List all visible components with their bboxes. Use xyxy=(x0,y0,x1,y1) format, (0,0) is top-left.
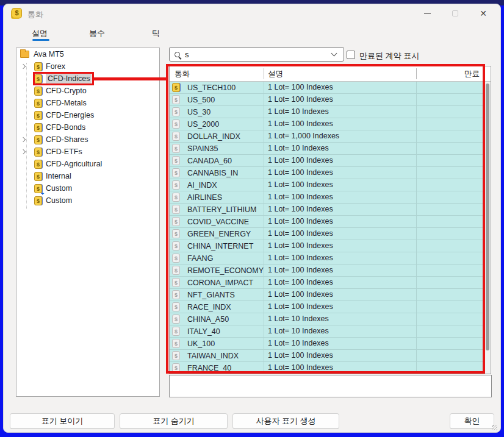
show-expired-checkbox[interactable] xyxy=(347,51,355,59)
symbol-cell[interactable]: $FAANG xyxy=(170,252,264,264)
table-row[interactable]: $US_TECH1001 Lot= 100 Indexes xyxy=(170,82,485,94)
symbol-icon: $ xyxy=(172,241,180,250)
table-row[interactable]: $CHINA_INTERNET1 Lot= 100 Indexes xyxy=(170,240,485,252)
search-input[interactable]: s xyxy=(185,50,332,59)
symbol-cell[interactable]: $SPAIN35 xyxy=(170,143,264,154)
column-header-expiration[interactable]: 만료 xyxy=(417,69,491,79)
symbol-cell[interactable]: $US_30 xyxy=(170,106,264,118)
table-row[interactable]: $FAANG1 Lot= 100 Indexes xyxy=(170,252,485,265)
table-row[interactable]: $CORONA_IMPACT1 Lot= 100 Indexes xyxy=(170,277,485,289)
tree-item-cfd-agricultural[interactable]: $CFD-Agricultural xyxy=(16,158,159,170)
table-row[interactable]: $AI_INDX1 Lot= 100 Indexes xyxy=(170,179,485,191)
table-row[interactable]: $TAIWAN_INDX1 Lot= 100 Indexes xyxy=(170,350,485,362)
table-row[interactable]: $NFT_GIANTS1 Lot= 100 Indexes xyxy=(170,289,485,301)
tree-item-custom[interactable]: $Custom xyxy=(16,194,159,207)
symbol-cell[interactable]: $CANADA_60 xyxy=(170,155,264,166)
chevron-right-icon[interactable] xyxy=(21,64,26,69)
symbol-cell[interactable]: $AIRLINES xyxy=(170,191,264,203)
chevron-right-icon[interactable] xyxy=(21,149,26,154)
symbol-name: US_500 xyxy=(187,96,215,104)
tab-specification[interactable]: 설명 xyxy=(32,28,48,39)
symbol-icon: $ xyxy=(172,254,180,263)
symbol-search-combobox[interactable]: s xyxy=(169,47,344,62)
symbol-icon: $ xyxy=(172,266,180,275)
create-custom-symbol-button[interactable]: 사용자 표기 생성 xyxy=(232,413,339,429)
symbol-group-icon: $ xyxy=(34,160,42,169)
vertical-scrollbar[interactable] xyxy=(484,82,491,374)
symbol-cell[interactable]: $RACE_INDX xyxy=(170,301,264,313)
symbol-cell[interactable]: $REMOTE_ECONOMY xyxy=(170,265,264,276)
tree-item-cfd-crypto[interactable]: $CFD-Crypto xyxy=(16,85,159,97)
tree-item-cfd-energies[interactable]: $CFD-Energies xyxy=(16,109,159,121)
chevron-right-icon[interactable] xyxy=(21,137,26,142)
table-row[interactable]: $CHINA_A501 Lot= 10 Indexes xyxy=(170,313,485,325)
symbol-cell[interactable]: $CHINA_A50 xyxy=(170,313,264,325)
tree-item-cfd-bonds[interactable]: $CFD-Bonds xyxy=(16,121,159,133)
description-cell: 1 Lot= 100 Indexes xyxy=(264,228,417,240)
chevron-down-icon[interactable] xyxy=(331,51,337,57)
table-row[interactable]: $FRANCE_401 Lot= 100 Indexes xyxy=(170,362,485,374)
table-row[interactable]: $GREEN_ENERGY1 Lot= 100 Indexes xyxy=(170,228,485,240)
tree-item-label: CFD-Bonds xyxy=(46,123,85,132)
table-row[interactable]: $AIRLINES1 Lot= 100 Indexes xyxy=(170,191,485,204)
scrollbar-thumb[interactable] xyxy=(486,83,489,350)
symbol-cell[interactable]: $CHINA_INTERNET xyxy=(170,240,264,252)
table-row[interactable]: $CANNABIS_IN1 Lot= 100 Indexes xyxy=(170,167,485,179)
tree-item-custom[interactable]: $Custom xyxy=(16,182,159,194)
table-row[interactable]: $ITALY_401 Lot= 10 Indexes xyxy=(170,325,485,338)
ok-button[interactable]: 확인 xyxy=(450,413,494,429)
symbol-cell[interactable]: $TAIWAN_INDX xyxy=(170,350,264,361)
tree-item-internal[interactable]: $Internal xyxy=(16,170,159,182)
description-cell: 1 Lot= 100 Indexes xyxy=(264,277,417,288)
symbol-cell[interactable]: $UK_100 xyxy=(170,338,264,349)
symbol-cell[interactable]: $US_TECH100 xyxy=(170,82,264,93)
table-row[interactable]: $CANADA_601 Lot= 100 Indexes xyxy=(170,155,485,167)
symbol-cell[interactable]: $GREEN_ENERGY xyxy=(170,228,264,240)
tree-item-cfd-metals[interactable]: $CFD-Metals xyxy=(16,97,159,109)
table-row[interactable]: $RACE_INDX1 Lot= 100 Indexes xyxy=(170,301,485,313)
tree-root-label: Ava MT5 xyxy=(34,50,64,59)
symbol-cell[interactable]: $DOLLAR_INDX xyxy=(170,130,264,142)
symbol-cell[interactable]: $AI_INDX xyxy=(170,179,264,191)
column-header-symbol[interactable]: 통화 xyxy=(170,68,264,79)
symbol-cell[interactable]: $FRANCE_40 xyxy=(170,362,264,374)
description-cell: 1 Lot= 100 Indexes xyxy=(264,265,417,276)
table-row[interactable]: $SPAIN351 Lot= 10 Indexes xyxy=(170,143,485,155)
symbol-cell[interactable]: $US_500 xyxy=(170,94,264,105)
maximize-button[interactable] xyxy=(441,4,469,23)
tree-item-cfd-etfs[interactable]: $CFD-ETFs xyxy=(16,146,159,158)
symbol-cell[interactable]: $COVID_VACCINE xyxy=(170,216,264,227)
hide-symbol-button[interactable]: 표기 숨기기 xyxy=(120,413,228,429)
expiration-cell xyxy=(417,155,485,166)
minimize-button[interactable] xyxy=(413,4,441,23)
table-row[interactable]: $US_5001 Lot= 100 Indexes xyxy=(170,94,485,106)
tree-item-cfd-indices[interactable]: $CFD-Indices xyxy=(16,73,159,85)
table-row[interactable]: $US_20001 Lot= 100 Indexes xyxy=(170,118,485,130)
symbol-name: GREEN_ENERGY xyxy=(187,230,251,238)
table-row[interactable]: $BATTERY_LITHIUM1 Lot= 100 Indexes xyxy=(170,204,485,216)
close-button[interactable]: ✕ xyxy=(469,4,497,23)
tree-item-root[interactable]: Ava MT5 xyxy=(16,48,159,60)
table-row[interactable]: $REMOTE_ECONOMY1 Lot= 100 Indexes xyxy=(170,265,485,277)
tab-ticks[interactable]: 틱 xyxy=(152,28,160,39)
symbol-group-icon: $ xyxy=(34,172,42,181)
column-header-description[interactable]: 설명 xyxy=(264,68,417,79)
expiration-cell xyxy=(417,82,485,93)
table-row[interactable]: $DOLLAR_INDX1 Lot= 1,000 Indexes xyxy=(170,130,485,143)
symbol-cell[interactable]: $BATTERY_LITHIUM xyxy=(170,204,264,215)
show-symbol-button[interactable]: 표기 보이기 xyxy=(10,413,115,429)
symbol-cell[interactable]: $ITALY_40 xyxy=(170,325,264,337)
table-row[interactable]: $COVID_VACCINE1 Lot= 100 Indexes xyxy=(170,216,485,228)
tree-item-forex[interactable]: $Forex xyxy=(16,60,159,73)
table-row[interactable]: $UK_1001 Lot= 10 Indexes xyxy=(170,338,485,350)
symbol-cell[interactable]: $NFT_GIANTS xyxy=(170,289,264,300)
symbol-icon: $ xyxy=(172,119,180,129)
tree-item-cfd-shares[interactable]: $CFD-Shares xyxy=(16,133,159,146)
tab-bars[interactable]: 봉수 xyxy=(89,28,105,39)
symbol-name: COVID_VACCINE xyxy=(187,218,249,226)
table-row[interactable]: $US_301 Lot= 10 Indexes xyxy=(170,106,485,118)
resize-grip[interactable] xyxy=(492,425,497,430)
symbol-cell[interactable]: $CORONA_IMPACT xyxy=(170,277,264,288)
symbol-cell[interactable]: $US_2000 xyxy=(170,118,264,130)
symbol-cell[interactable]: $CANNABIS_IN xyxy=(170,167,264,179)
